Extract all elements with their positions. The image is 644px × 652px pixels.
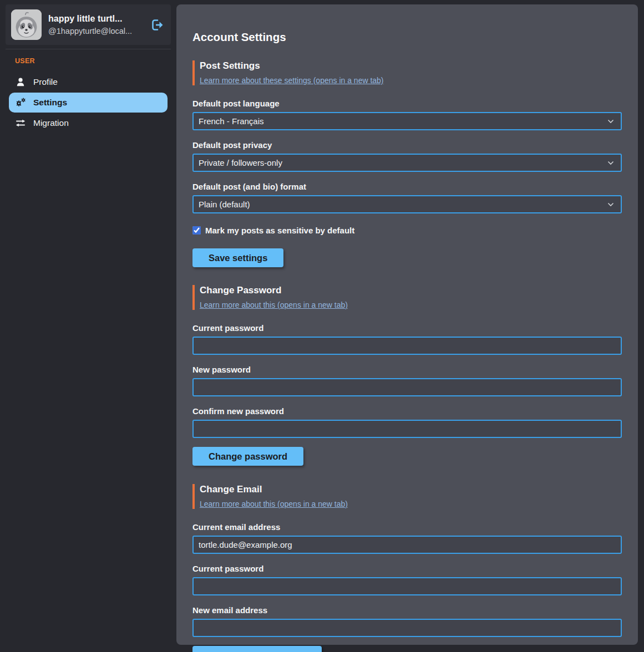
save-settings-button[interactable]: Save settings xyxy=(192,248,283,267)
new-password-group: New password xyxy=(192,365,622,396)
current-email-label: Current email address xyxy=(192,522,622,532)
new-password-label: New password xyxy=(192,365,622,374)
default-post-language-select[interactable]: French - Français xyxy=(192,112,622,130)
user-handle: @1happyturtle@local... xyxy=(48,27,143,35)
change-email-button[interactable]: Change email address xyxy=(192,646,322,652)
default-post-privacy-label: Default post privacy xyxy=(192,140,622,150)
sidebar: happy little turtl... @1happyturtle@loca… xyxy=(0,0,176,652)
default-post-language-label: Default post language xyxy=(192,99,622,108)
post-settings-section-header: Post Settings Learn more about these set… xyxy=(192,60,622,85)
page-title: Account Settings xyxy=(192,30,622,44)
change-email-learn-more-link[interactable]: Learn more about this (opens in a new ta… xyxy=(200,500,348,508)
avatar xyxy=(11,9,42,40)
change-password-button[interactable]: Change password xyxy=(192,447,303,466)
sloth-avatar-image xyxy=(11,9,42,40)
app-root: happy little turtl... @1happyturtle@loca… xyxy=(0,0,644,652)
change-password-heading: Change Password xyxy=(200,285,622,296)
gears-icon xyxy=(15,98,26,108)
sidebar-divider xyxy=(6,49,171,49)
change-password-learn-more-link[interactable]: Learn more about this (opens in a new ta… xyxy=(200,300,348,309)
sensitive-default-label[interactable]: Mark my posts as sensitive by default xyxy=(205,226,354,235)
current-email-input[interactable] xyxy=(192,536,622,554)
post-settings-heading: Post Settings xyxy=(200,60,622,72)
confirm-new-password-group: Confirm new password xyxy=(192,406,622,438)
current-email-group: Current email address xyxy=(192,522,622,554)
default-post-privacy-select[interactable]: Private / followers-only xyxy=(192,154,622,172)
change-password-section-header: Change Password Learn more about this (o… xyxy=(192,285,622,310)
account-settings-panel: Account Settings Post Settings Learn mor… xyxy=(176,4,638,645)
sidebar-section-label: USER xyxy=(15,57,171,65)
selected-format-value: Plain (default) xyxy=(199,200,250,209)
change-email-section-header: Change Email Learn more about this (open… xyxy=(192,484,622,509)
sidebar-item-settings[interactable]: Settings xyxy=(9,93,168,113)
sidebar-item-label: Settings xyxy=(33,98,67,108)
email-current-password-input[interactable] xyxy=(192,577,622,595)
sidebar-item-profile[interactable]: Profile xyxy=(9,73,168,91)
new-email-group: New email address xyxy=(192,605,622,637)
current-password-input[interactable] xyxy=(192,337,622,355)
change-email-heading: Change Email xyxy=(200,484,622,495)
default-post-format-label: Default post (and bio) format xyxy=(192,182,622,191)
chevron-down-icon xyxy=(607,161,614,165)
logout-button[interactable] xyxy=(150,18,165,32)
new-password-input[interactable] xyxy=(192,378,622,396)
selected-language-value: French - Français xyxy=(199,116,264,126)
current-password-group: Current password xyxy=(192,323,622,355)
confirm-new-password-input[interactable] xyxy=(192,420,622,438)
sidebar-item-label: Migration xyxy=(33,118,69,128)
new-email-label: New email address xyxy=(192,605,622,615)
email-current-password-label: Current password xyxy=(192,564,622,573)
sidebar-item-migration[interactable]: Migration xyxy=(9,114,168,133)
exchange-arrows-icon xyxy=(15,119,26,127)
sensitive-default-row: Mark my posts as sensitive by default xyxy=(192,226,622,235)
email-current-password-group: Current password xyxy=(192,564,622,595)
new-email-input[interactable] xyxy=(192,619,622,637)
selected-privacy-value: Private / followers-only xyxy=(199,158,282,167)
chevron-down-icon xyxy=(607,119,614,124)
user-meta: happy little turtl... @1happyturtle@loca… xyxy=(48,14,143,35)
user-icon xyxy=(15,78,26,86)
sensitive-default-checkbox[interactable] xyxy=(192,226,201,235)
sidebar-nav: Profile xyxy=(6,73,171,133)
default-post-privacy-group: Default post privacy Private / followers… xyxy=(192,140,622,172)
user-display-name: happy little turtl... xyxy=(48,14,143,24)
user-card: happy little turtl... @1happyturtle@loca… xyxy=(6,4,171,45)
default-post-language-group: Default post language French - Français xyxy=(192,99,622,130)
confirm-new-password-label: Confirm new password xyxy=(192,406,622,416)
sidebar-item-label: Profile xyxy=(33,77,58,87)
current-password-label: Current password xyxy=(192,323,622,333)
default-post-format-select[interactable]: Plain (default) xyxy=(192,195,622,213)
default-post-format-group: Default post (and bio) format Plain (def… xyxy=(192,182,622,213)
logout-icon xyxy=(151,19,164,31)
post-settings-learn-more-link[interactable]: Learn more about these settings (opens i… xyxy=(200,76,384,85)
chevron-down-icon xyxy=(607,202,614,207)
